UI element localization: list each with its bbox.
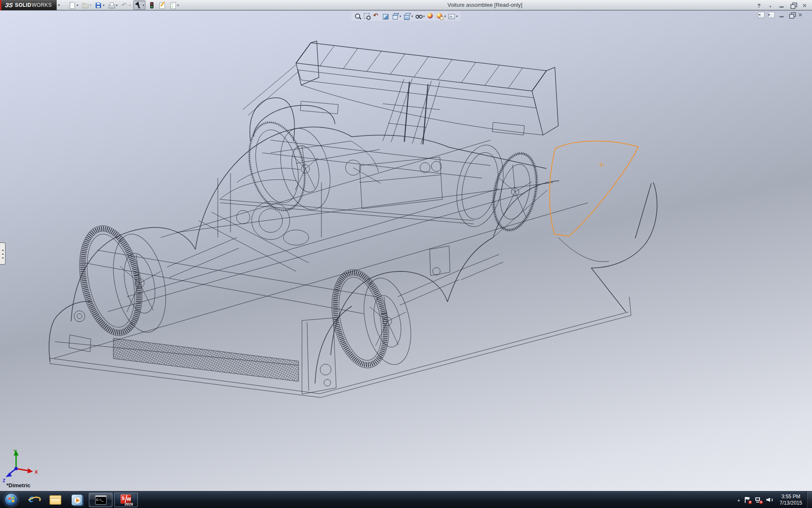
new-doc-icon (69, 2, 76, 9)
new-document-button[interactable]: ▾ (68, 0, 79, 10)
restore-button[interactable] (790, 2, 796, 9)
taskbar-apps: C:\_SW2015 (0, 491, 139, 508)
taskbar-explorer-button[interactable] (44, 491, 66, 508)
dropdown-caret[interactable]: ▾ (444, 14, 446, 18)
panel-right-icon: ▸ (768, 11, 774, 19)
sw-icon: SW2015 (121, 494, 132, 505)
dropdown-caret[interactable]: ▾ (129, 3, 131, 7)
flyout-arrow-icon: ◂ (2, 256, 3, 259)
save-button[interactable]: ▾ (94, 0, 105, 10)
appearance-ball-icon (427, 13, 434, 20)
select-cursor-icon (134, 2, 142, 9)
graphics-viewport[interactable]: ▾▾▾▾▾ ◂▸× ◂ ◂ ◂ Y X Z *Dimetric (0, 10, 812, 491)
taskbar-internet-explorer-button[interactable] (22, 491, 44, 508)
taskbar-solidworks-button[interactable]: SW2015 (114, 493, 138, 507)
folder-icon (49, 495, 61, 505)
view-orientation-label: *Dimetric (6, 482, 30, 489)
print-button[interactable]: ▾ (107, 0, 118, 10)
heads-up-view-toolbar: ▾▾▾▾▾ (351, 11, 461, 21)
dropdown-caret[interactable]: ▾ (103, 3, 104, 7)
svg-text:X: X (35, 469, 38, 475)
svg-text:Z: Z (3, 478, 5, 483)
show-desktop-button[interactable] (807, 491, 812, 508)
edit-appearance-button[interactable] (427, 12, 435, 20)
doc-restore-button[interactable] (788, 12, 795, 18)
section-view-button[interactable] (381, 12, 390, 20)
hide-show-items-button[interactable]: ▾ (414, 12, 425, 20)
glasses-icon (415, 13, 422, 20)
clock-date: 7/13/2015 (777, 500, 805, 506)
show-hidden-icons-button[interactable]: ▴ (738, 498, 740, 502)
restore-icon (790, 2, 797, 9)
alert-badge (759, 500, 763, 504)
dropdown-caret[interactable]: ▾ (143, 3, 144, 7)
display-style-button[interactable]: ▾ (403, 12, 413, 20)
network-status-icon[interactable] (755, 497, 762, 503)
doc-minimize-button[interactable] (778, 12, 785, 18)
select-button[interactable]: ▾ (133, 0, 145, 10)
undo-button: ▾ (120, 0, 132, 10)
volume-icon[interactable] (766, 497, 773, 503)
cmd-window-text: C:\_ (96, 498, 104, 502)
doc-close-button[interactable]: × (798, 12, 805, 18)
scene-ball-icon (436, 13, 444, 20)
view-orientation-button[interactable]: ▾ (391, 12, 401, 20)
expand-panel-right-button[interactable]: ▸ (768, 12, 775, 18)
cmd-icon: C:\_ (95, 495, 107, 505)
note-edit-icon (159, 2, 166, 9)
open-folder-icon (82, 2, 89, 9)
taskbar-media-player-button[interactable] (66, 491, 88, 508)
dropdown-caret[interactable]: ▾ (116, 3, 118, 7)
zoom-to-area-button[interactable] (363, 12, 371, 20)
dropdown-caret[interactable]: ▾ (456, 14, 458, 18)
close-icon: × (801, 2, 808, 9)
dropdown-caret[interactable]: ▾ (90, 3, 91, 7)
car-wireframe[interactable] (0, 11, 812, 491)
alert-badge (748, 500, 752, 504)
dropdown-caret[interactable]: ▾ (77, 3, 78, 7)
help-icon: ? (755, 2, 763, 9)
collapse-panel-left-button[interactable]: ◂ (758, 12, 765, 18)
toolbar-overflow-arrow[interactable]: ▸ (58, 3, 60, 7)
solidworks-window: ЗS SOLID WORKS ▸ ▾▾▾▾▾▾▾ Voiture assombl… (0, 0, 812, 508)
start-button[interactable] (0, 491, 22, 508)
reference-triad: Y X Z (2, 448, 48, 486)
caret-icon: ▾ (767, 3, 774, 10)
previous-view-button[interactable] (372, 12, 380, 20)
dropdown-caret[interactable]: ▾ (423, 14, 425, 18)
design-checker-button[interactable]: ▾ (168, 0, 180, 10)
taskbar-command-prompt-button[interactable]: C:\_ (89, 493, 112, 507)
restore-icon (788, 11, 795, 19)
apply-scene-button[interactable]: ▾ (436, 12, 447, 20)
open-button: ▾ (81, 0, 92, 10)
checklist-icon (169, 2, 176, 9)
window-controls: ?▾× (755, 0, 808, 10)
window-title: Voiture assomblee [Read-only] (447, 2, 522, 8)
main-toolbar: ▾▾▾▾▾▾▾ (68, 0, 180, 10)
minimize-button[interactable] (778, 2, 785, 9)
dropdown-caret[interactable]: ▾ (177, 3, 179, 7)
selected-edge-highlight[interactable] (550, 141, 638, 236)
dropdown-caret[interactable]: ▾ (411, 14, 413, 18)
help-dropdown-caret[interactable]: ▾ (767, 2, 774, 9)
view-settings-icon (448, 13, 455, 20)
minimize-icon (778, 2, 785, 9)
prev-view-icon (373, 13, 380, 20)
close-icon: × (798, 11, 805, 19)
view-settings-button[interactable]: ▾ (448, 12, 458, 20)
zoom-to-fit-button[interactable] (354, 12, 362, 20)
properties-button[interactable] (158, 0, 167, 10)
close-button[interactable]: × (801, 2, 808, 9)
dropdown-caret[interactable]: ▾ (399, 14, 401, 18)
start-orb-icon (5, 493, 18, 506)
feature-manager-flyout-tab[interactable]: ◂ ◂ ◂ (0, 243, 5, 265)
taskbar-clock[interactable]: 3:55 PM 7/13/2015 (777, 494, 805, 506)
panel-left-icon: ◂ (758, 11, 764, 19)
system-tray: ▴ 3:55 PM 7/13/2015 (738, 491, 807, 508)
action-center-icon[interactable] (744, 497, 751, 503)
windows-taskbar: C:\_SW2015 ▴ 3:55 PM 7/13/2015 (0, 491, 812, 508)
traffic-light-button[interactable] (147, 0, 156, 10)
help-button[interactable]: ? (755, 2, 762, 9)
save-floppy-icon (95, 2, 102, 9)
logo-text-bold: SOLID (15, 2, 31, 8)
